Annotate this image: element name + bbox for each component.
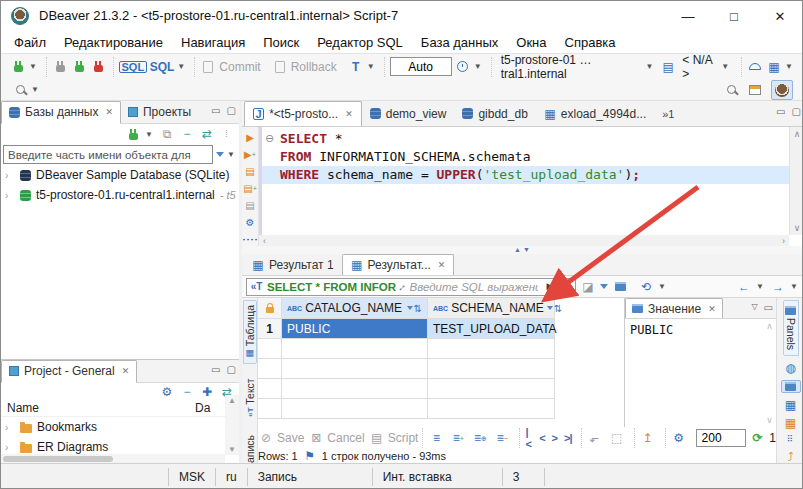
- menu-database[interactable]: База данных: [412, 31, 507, 53]
- custom-filter-icon[interactable]: [600, 284, 608, 289]
- project-collapse-icon[interactable]: −: [179, 384, 195, 400]
- menu-file[interactable]: Файл: [5, 31, 55, 53]
- nav-new-folder-icon[interactable]: ⧉: [159, 126, 175, 142]
- refresh-icon[interactable]: ⟳: [750, 430, 766, 446]
- nav-connection-dropdown-icon[interactable]: ▼: [145, 130, 155, 139]
- search-dropdown-icon[interactable]: ▼: [31, 85, 41, 94]
- tree-item-prostore-connection[interactable]: › t5-prostore-01.ru-central1.internal - …: [1, 185, 239, 205]
- nav-new-connection-icon[interactable]: [125, 126, 141, 142]
- code-line[interactable]: WHERE schema_name = UPPER('test_upload_d…: [262, 166, 789, 184]
- tab-databases[interactable]: Базы данных ✕: [1, 101, 121, 124]
- column-filter-sort-icon[interactable]: ⇅: [407, 303, 422, 314]
- execute-script-icon[interactable]: ▤: [243, 164, 257, 179]
- value-content[interactable]: PUBLIC: [625, 319, 776, 341]
- tab-value[interactable]: Значение ✕: [625, 298, 723, 318]
- databases-tab-close-icon[interactable]: ✕: [105, 107, 113, 117]
- execute-new-tab-icon[interactable]: ▶+: [243, 147, 257, 162]
- tab-text-presentation[interactable]: «TТекст: [244, 374, 256, 421]
- tab-gibdd-db[interactable]: gibdd_db: [454, 101, 535, 126]
- sql-editor-icon[interactable]: SQL: [119, 61, 147, 73]
- network-topology-icon[interactable]: ▦: [766, 59, 782, 75]
- tab-exload[interactable]: ▦ exload_4994d...: [536, 101, 654, 126]
- nav-back-icon[interactable]: ←: [736, 279, 752, 295]
- column-header-catalog-name[interactable]: ABC CATALOG_NAME ⇅: [282, 298, 428, 319]
- fold-marker-icon[interactable]: ⊖: [265, 130, 274, 148]
- grid-metadata-icon[interactable]: ▦: [783, 399, 799, 411]
- calc-panel-icon[interactable]: ▦: [783, 417, 799, 429]
- save-filter-panel-icon[interactable]: [612, 279, 628, 295]
- quick-search-icon[interactable]: [723, 82, 739, 98]
- editor-tab-close-icon[interactable]: ✕: [345, 109, 353, 119]
- delete-row-icon[interactable]: ≡−: [494, 430, 510, 446]
- sql-button-label[interactable]: SQL: [150, 60, 175, 74]
- filter-expression-input[interactable]: [410, 281, 538, 293]
- nav-forward-dropdown-icon[interactable]: ▼: [790, 282, 800, 291]
- tree-item-bookmarks[interactable]: › Bookmarks: [1, 417, 239, 437]
- grouping-panel-icon[interactable]: ⠿: [783, 435, 799, 445]
- menu-help[interactable]: Справка: [556, 31, 625, 53]
- previous-row-icon[interactable]: <: [539, 432, 544, 444]
- tab-record-presentation[interactable]: Запись: [244, 431, 256, 463]
- column-header-schema-name[interactable]: ABC SCHEMA_NAME ⇅: [428, 298, 555, 319]
- column-name[interactable]: Name: [1, 401, 195, 415]
- maximize-panel-icon[interactable]: ▢: [792, 106, 801, 117]
- connect-icon[interactable]: [52, 59, 68, 75]
- save-button[interactable]: ⊘Save: [258, 430, 304, 446]
- menu-sql-editor[interactable]: Редактор SQL: [308, 31, 412, 53]
- column-date[interactable]: Da: [195, 401, 225, 415]
- rollback-button[interactable]: Rollback: [291, 60, 337, 74]
- connection-selector[interactable]: t5-prostore-01 … tral1.internal ▼: [497, 53, 659, 81]
- value-scrollbar[interactable]: ∧∨: [763, 319, 776, 427]
- tab-sql-script[interactable]: J *<t5-prosto... ✕: [244, 101, 362, 126]
- reconnect-icon[interactable]: [71, 59, 87, 75]
- maximize-panel-icon[interactable]: ▢: [227, 364, 236, 375]
- cursor-position[interactable]: 3: [503, 468, 545, 486]
- next-row-icon[interactable]: >: [552, 432, 557, 444]
- project-vertical-scrollbar[interactable]: ▲▼: [225, 395, 239, 455]
- expander-icon[interactable]: ›: [5, 190, 15, 201]
- minimize-panel-icon[interactable]: ▭: [211, 364, 220, 375]
- apply-filter-icon[interactable]: ▶: [542, 279, 558, 295]
- menu-window[interactable]: Окна: [507, 31, 555, 53]
- grid-settings-gear-icon[interactable]: ⚙: [671, 430, 687, 446]
- refresh-dropdown-icon[interactable]: ▼: [658, 282, 668, 291]
- commit-mode-field[interactable]: [390, 57, 452, 76]
- tab-projects[interactable]: Проекты: [121, 101, 198, 124]
- cell-schema-name[interactable]: TEST_UPLOAD_DATA: [428, 319, 555, 339]
- value-tab-close-icon[interactable]: ✕: [708, 304, 716, 314]
- references-panel-icon[interactable]: ⤴: [783, 451, 799, 463]
- menu-edit[interactable]: Редактирование: [55, 31, 172, 53]
- tab-result-2[interactable]: ▦ Результат... ✕: [342, 254, 455, 275]
- nav-back-dropdown-icon[interactable]: ▼: [756, 282, 766, 291]
- open-perspective-icon[interactable]: [747, 82, 763, 98]
- disconnect-icon[interactable]: [90, 59, 106, 75]
- maximize-button[interactable]: □: [711, 1, 757, 31]
- execute-script-new-icon[interactable]: ▤+: [243, 181, 257, 196]
- rollback-icon[interactable]: [272, 59, 288, 75]
- first-row-icon[interactable]: |<: [525, 426, 532, 450]
- row-number-cell[interactable]: 1: [258, 319, 282, 339]
- code-line[interactable]: FROM INFORMATION_SCHEMA.schemata: [262, 148, 789, 166]
- fetch-page-icon[interactable]: ⬐: [587, 430, 603, 446]
- refresh-results-icon[interactable]: ⟲: [638, 279, 654, 295]
- menu-search[interactable]: Поиск: [254, 31, 308, 53]
- project-expand-icon[interactable]: ✚: [199, 384, 215, 400]
- new-connection-icon[interactable]: [10, 59, 26, 75]
- collapse-all-icon[interactable]: −: [179, 126, 195, 142]
- dashboard-gauge-icon[interactable]: [747, 59, 763, 75]
- tab-grid-presentation[interactable]: ▦Таблица: [243, 300, 257, 364]
- language-indicator[interactable]: ru: [216, 468, 248, 486]
- nav-forward-icon[interactable]: →: [770, 279, 786, 295]
- new-connection-dropdown-icon[interactable]: ▼: [29, 62, 39, 71]
- results-tab-close-icon[interactable]: ✕: [438, 260, 446, 270]
- object-filter-input[interactable]: [3, 145, 213, 164]
- sql-dropdown-icon[interactable]: ▼: [177, 62, 187, 71]
- minimize-panel-icon[interactable]: ▭: [764, 302, 773, 313]
- editor-results-sash[interactable]: ▲▼: [242, 246, 803, 254]
- history-clock-icon[interactable]: [455, 59, 471, 75]
- commit-icon[interactable]: [200, 59, 216, 75]
- code-line[interactable]: ⊖SELECT *: [262, 130, 789, 148]
- web-value-icon[interactable]: ◍: [783, 362, 799, 374]
- tree-item-sample-database[interactable]: › DBeaver Sample Database (SQLite): [1, 165, 239, 185]
- export-data-icon[interactable]: ↥: [640, 430, 656, 446]
